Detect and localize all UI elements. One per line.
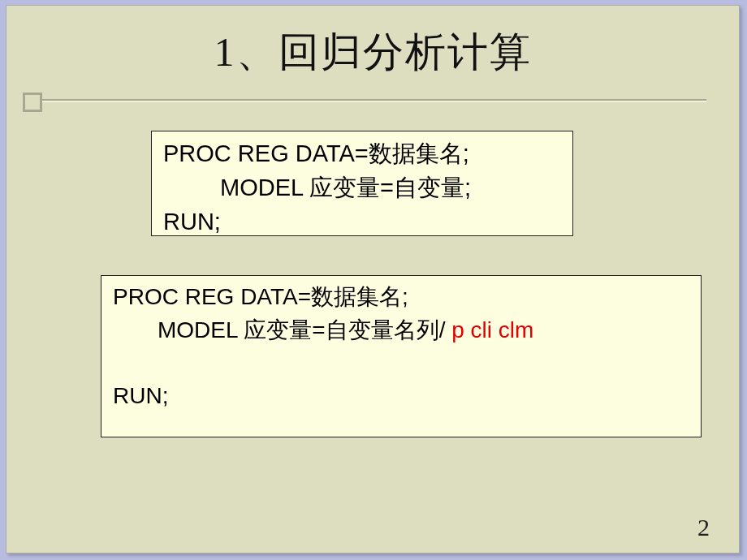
code-line: RUN; xyxy=(113,380,689,413)
slide-title: 1、回归分析计算 xyxy=(6,25,739,80)
code-line: PROC REG DATA=数据集名; xyxy=(113,281,689,314)
code-block-options: PROC REG DATA=数据集名; MODEL 应变量=自变量名列/ p c… xyxy=(101,275,702,437)
code-line: MODEL 应变量=自变量名列/ p cli clm xyxy=(113,314,689,347)
code-block-basic: PROC REG DATA=数据集名; MODEL 应变量=自变量; RUN; xyxy=(151,131,573,236)
code-indent: MODEL 应变量=自变量; xyxy=(163,174,471,200)
title-wrap: 1、回归分析计算 xyxy=(6,6,739,88)
slide: 1、回归分析计算 PROC REG DATA=数据集名; MODEL 应变量=自… xyxy=(6,5,740,554)
code-line: PROC REG DATA=数据集名; xyxy=(163,136,561,170)
code-blank-line xyxy=(113,347,689,380)
code-indent: MODEL 应变量=自变量名列/ xyxy=(113,317,451,342)
code-line: MODEL 应变量=自变量; xyxy=(163,170,561,205)
title-underline xyxy=(41,99,706,102)
code-options-red: p cli clm xyxy=(451,317,533,342)
page-number: 2 xyxy=(697,514,710,541)
code-line: RUN; xyxy=(163,205,561,239)
